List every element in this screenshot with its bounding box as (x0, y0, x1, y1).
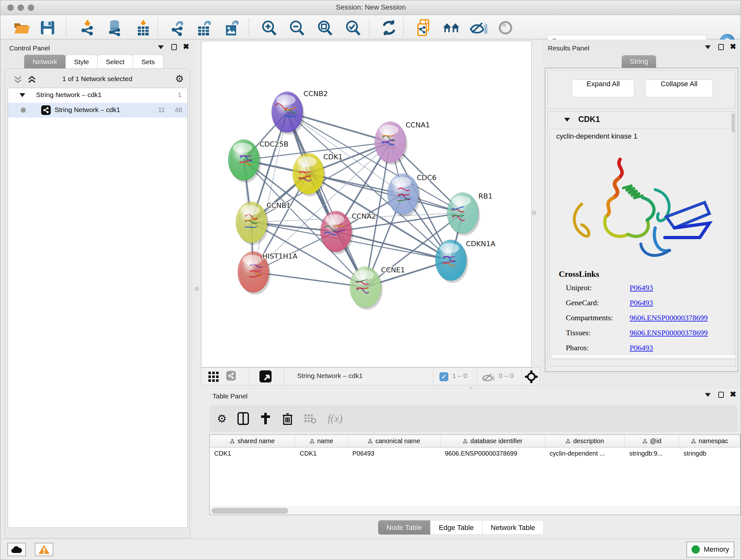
edge-CCNB2-HIST1H1A[interactable] (253, 112, 287, 272)
table-options-gear-icon[interactable]: ⚙ (217, 412, 226, 425)
undock-panel-icon[interactable] (718, 392, 724, 399)
undock-panel-icon[interactable] (172, 44, 177, 51)
network-node-RB1[interactable]: RB1 (447, 192, 492, 236)
pan-crosshair-icon[interactable] (525, 370, 538, 383)
undock-panel-icon[interactable] (718, 44, 724, 51)
scrollbar-thumb[interactable] (212, 508, 288, 514)
warning-status-button[interactable] (35, 543, 53, 556)
crosslink-uniprot-link[interactable]: P06493 (630, 284, 653, 292)
birdseye-view-icon[interactable] (259, 370, 272, 382)
save-session-icon[interactable] (39, 20, 57, 36)
collection-expander-icon[interactable] (19, 93, 25, 97)
table-cell[interactable]: CDK1 (210, 448, 295, 460)
network-options-gear-icon[interactable]: ⚙ (175, 73, 184, 84)
node-section-header[interactable]: CDK1 (548, 111, 735, 128)
import-network-from-file-icon[interactable] (78, 20, 96, 36)
network-node-CDC6[interactable]: CDC6 (387, 174, 436, 217)
table-cell[interactable]: P06493 (348, 448, 441, 460)
tab-select[interactable]: Select (97, 55, 133, 69)
crosslink-compartments-link[interactable]: 9606.ENSP00000378699 (630, 314, 708, 322)
edge-CCNB2-CCNE1[interactable] (287, 112, 365, 287)
import-table-from-file-icon[interactable] (134, 20, 152, 36)
network-edge-count: 48 (175, 106, 182, 114)
close-panel-icon[interactable]: ✖ (183, 44, 189, 51)
network-canvas[interactable]: CCNB2CCNA1CDC25BCDK1CDC6RB1CCNB1CCNA2CDK… (201, 41, 532, 368)
table-cell[interactable]: CDK1 (295, 448, 348, 460)
network-node-CCNA1[interactable]: CCNA1 (375, 121, 430, 165)
network-node-CCNB1[interactable]: CCNB1 (236, 201, 291, 245)
network-node-CDC25B[interactable]: CDC25B (228, 139, 288, 183)
right-splitter-handle[interactable] (532, 211, 536, 215)
network-node-CCNA2[interactable]: CCNA2 (320, 211, 376, 254)
zoom-fit-icon[interactable] (316, 20, 334, 36)
crosslink-genecard-link[interactable]: P06493 (630, 299, 653, 307)
column-header-name[interactable]: name (295, 435, 348, 447)
grid-view-icon[interactable] (208, 372, 219, 382)
column-header-shared-name[interactable]: shared name (210, 435, 295, 447)
delete-column-icon[interactable] (282, 412, 293, 425)
column-header-description[interactable]: description (545, 435, 625, 447)
cloud-status-button[interactable] (7, 543, 26, 556)
zoom-in-icon[interactable] (260, 20, 278, 36)
apply-layout-icon[interactable] (380, 20, 398, 36)
crosslink-pharos-link[interactable]: P06493 (630, 344, 653, 352)
export-table-to-file-icon[interactable] (196, 20, 213, 36)
current-network-title: String Network – cdk1 (297, 372, 362, 380)
close-panel-icon[interactable]: ✖ (730, 44, 736, 51)
strip-separator (433, 369, 433, 384)
collapse-all-button[interactable]: Collapse All (645, 79, 713, 98)
section-expander-icon[interactable] (564, 118, 570, 122)
float-panel-icon[interactable] (158, 45, 164, 51)
column-header-database-identifier[interactable]: database identifier (441, 435, 545, 447)
first-neighbors-icon[interactable] (442, 20, 460, 36)
zoom-selected-icon[interactable] (344, 20, 362, 36)
table-cell[interactable]: stringdb:9... (625, 448, 679, 460)
memory-label: Memory (704, 545, 729, 554)
results-vertical-scrollbar[interactable] (732, 113, 735, 132)
table-cell[interactable]: 9606.ENSP00000378699 (441, 448, 545, 460)
close-panel-icon[interactable]: ✖ (730, 391, 736, 398)
network-row-selected[interactable]: String Network – cdk1 11 48 (8, 103, 187, 118)
results-horizontal-scrollbar[interactable] (552, 354, 736, 358)
add-column-icon[interactable] (260, 412, 271, 425)
show-all-icon[interactable] (496, 20, 515, 36)
network-collection-row[interactable]: String Network – cdk1 1 (8, 88, 187, 103)
duplicate-network-icon[interactable] (415, 20, 433, 36)
table-cell[interactable]: stringdb (679, 448, 740, 460)
export-network-to-file-icon[interactable] (169, 20, 187, 36)
selected-count-checkbox-icon[interactable]: ✓ (440, 372, 448, 381)
memory-button[interactable]: Memory (686, 542, 734, 557)
expand-all-button[interactable]: Expand All (572, 79, 634, 98)
column-header-@id[interactable]: @id (625, 435, 679, 447)
tab-network-table[interactable]: Network Table (482, 520, 544, 535)
network-tree: String Network – cdk1 1 String Network –… (8, 88, 188, 528)
table-horizontal-scrollbar[interactable] (210, 506, 740, 515)
column-header-namespac[interactable]: namespac (679, 435, 740, 447)
network-node-CCNB2[interactable]: CCNB2 (272, 90, 328, 135)
network-node-CCNE1[interactable]: CCNE1 (350, 266, 405, 310)
float-panel-icon[interactable] (705, 392, 711, 398)
crosslink-tissues-link[interactable]: 9606.ENSP00000378699 (630, 328, 708, 337)
network-node-CDKN1A[interactable]: CDKN1A (435, 240, 495, 283)
tab-node-table[interactable]: Node Table (378, 520, 430, 535)
network-share-icon[interactable] (226, 371, 236, 381)
tab-edge-table[interactable]: Edge Table (430, 520, 482, 535)
edge-CDK1-RB1[interactable] (308, 174, 463, 213)
left-splitter-handle[interactable] (195, 287, 199, 291)
toolbar-separator (249, 18, 249, 37)
tab-style[interactable]: Style (65, 55, 98, 69)
float-panel-icon[interactable] (705, 45, 711, 51)
zoom-out-icon[interactable] (288, 20, 306, 36)
hide-selected-icon[interactable] (469, 20, 487, 36)
table-cell[interactable]: cyclin-dependent ... (545, 448, 625, 460)
network-node-HIST1H1A[interactable]: HIST1H1A (238, 252, 297, 295)
results-tab-string[interactable]: String (622, 55, 656, 68)
export-image-icon[interactable] (223, 20, 241, 36)
show-columns-icon[interactable] (238, 412, 249, 425)
column-header-canonical-name[interactable]: canonical name (348, 435, 441, 447)
tab-network[interactable]: Network (24, 55, 66, 69)
open-session-icon[interactable] (13, 20, 31, 36)
tab-sets[interactable]: Sets (133, 55, 163, 69)
import-network-from-database-icon[interactable] (106, 20, 124, 36)
table-row[interactable]: CDK1CDK1P064939606.ENSP00000378699cyclin… (210, 448, 740, 460)
